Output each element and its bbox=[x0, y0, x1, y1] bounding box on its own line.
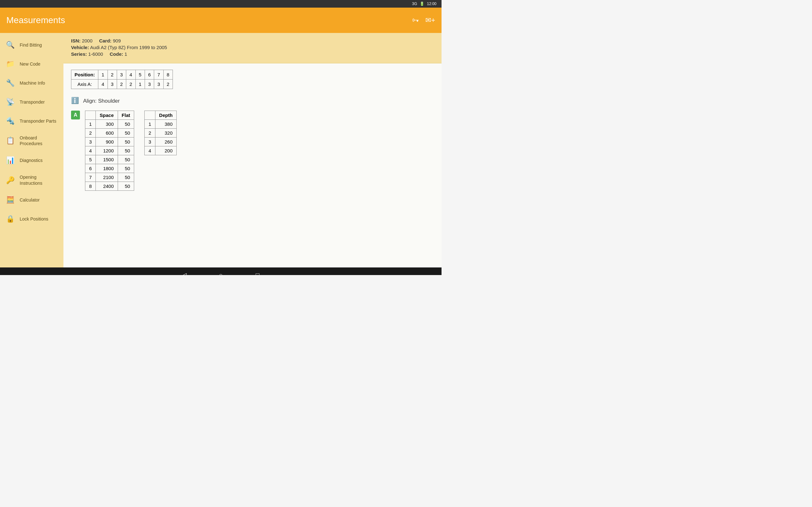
sidebar-label-diagnostics: Diagnostics bbox=[20, 158, 43, 163]
vehicle-row: Vehicle: Audi A2 (Typ 8Z) From 1999 to 2… bbox=[71, 45, 434, 50]
pos-5: 5 bbox=[136, 70, 145, 79]
code-label: Code: bbox=[110, 51, 123, 57]
transponder-icon: 📡 bbox=[5, 97, 15, 107]
recents-button[interactable]: □ bbox=[252, 269, 263, 275]
pos-2: 2 bbox=[107, 70, 117, 79]
pos-8: 8 bbox=[163, 70, 172, 79]
table-row: 4120050 bbox=[85, 147, 134, 155]
vehicle-label: Vehicle: bbox=[71, 45, 89, 50]
table-row: 6180050 bbox=[85, 164, 134, 173]
align-text: Align: Shoulder bbox=[83, 98, 119, 104]
sidebar-label-new-code: New Code bbox=[20, 61, 40, 67]
sidebar-item-transponder[interactable]: 📡 Transponder bbox=[0, 93, 63, 112]
code-value: 1 bbox=[124, 51, 127, 57]
axis-a-1: 4 bbox=[98, 79, 107, 89]
top-bar: Measurements 🗝 ✉+ bbox=[0, 8, 442, 33]
status-bar: 3G 🔋 12:00 bbox=[0, 0, 442, 8]
col-flat-header: Flat bbox=[118, 111, 134, 120]
sidebar-item-opening-instructions[interactable]: 🔑 Opening Instructions bbox=[0, 170, 63, 190]
home-button[interactable]: ○ bbox=[215, 269, 226, 275]
clock: 12:00 bbox=[427, 2, 437, 6]
pos-3: 3 bbox=[117, 70, 126, 79]
lock-positions-icon: 🔒 bbox=[5, 214, 15, 224]
table-row: 7210050 bbox=[85, 173, 134, 182]
axis-a-5: 1 bbox=[136, 79, 145, 89]
machine-info-icon: 🔧 bbox=[5, 78, 15, 88]
axis-a-4: 2 bbox=[126, 79, 136, 89]
isn-value: 2000 bbox=[82, 38, 92, 43]
align-section: ℹ️ Align: Shoulder bbox=[71, 97, 434, 106]
vehicle-value: Audi A2 (Typ 8Z) From 1999 to 2005 bbox=[90, 45, 167, 50]
axis-a-label: Axis A: bbox=[71, 79, 98, 89]
table-row: 130050 bbox=[85, 120, 134, 129]
card-label: Card: bbox=[99, 38, 111, 43]
sidebar-label-transponder-parts: Transponder Parts bbox=[20, 118, 56, 124]
tables-row: A Space Flat 130050 260050 390050 bbox=[71, 111, 434, 191]
axis-a-6: 3 bbox=[145, 79, 154, 89]
table-row: 3260 bbox=[145, 137, 177, 147]
info-header: ISN: 2000 Card: 909 Vehicle: Audi A2 (Ty… bbox=[63, 33, 442, 63]
position-label: Position: bbox=[71, 70, 98, 79]
col-depth-header: Depth bbox=[155, 111, 177, 120]
pos-7: 7 bbox=[154, 70, 163, 79]
depth-table: Depth 1380 2320 3260 4200 bbox=[144, 111, 177, 155]
series-value: 1-6000 bbox=[88, 51, 103, 57]
transponder-parts-icon: 🔩 bbox=[5, 116, 15, 126]
bottom-nav: ◁ ○ □ bbox=[0, 268, 442, 275]
sidebar-item-onboard-procedures[interactable]: 📋 Onboard Procedures bbox=[0, 130, 63, 151]
sidebar-label-transponder: Transponder bbox=[20, 99, 45, 105]
table-row: 4200 bbox=[145, 147, 177, 155]
pos-1: 1 bbox=[98, 70, 107, 79]
sidebar-item-transponder-parts[interactable]: 🔩 Transponder Parts bbox=[0, 112, 63, 130]
table-row: 390050 bbox=[85, 137, 134, 147]
table-row: 2320 bbox=[145, 129, 177, 137]
axis-a-2: 3 bbox=[107, 79, 117, 89]
pos-6: 6 bbox=[145, 70, 154, 79]
sidebar-item-find-bitting[interactable]: 🔍 Find Bitting bbox=[0, 36, 63, 55]
calculator-icon: 🧮 bbox=[5, 195, 15, 205]
table-row: 1380 bbox=[145, 120, 177, 129]
diagnostics-icon: 📊 bbox=[5, 155, 15, 165]
series-label: Series: bbox=[71, 51, 87, 57]
new-code-icon: 📁 bbox=[5, 59, 15, 69]
table-row: 260050 bbox=[85, 129, 134, 137]
sidebar-item-calculator[interactable]: 🧮 Calculator bbox=[0, 190, 63, 210]
sidebar-label-calculator: Calculator bbox=[20, 197, 40, 203]
position-table: Position: 1 2 3 4 5 6 7 8 Axis A: 4 3 2 … bbox=[71, 70, 173, 89]
a-badge: A bbox=[71, 111, 80, 119]
axis-a-3: 2 bbox=[117, 79, 126, 89]
col-num2-header bbox=[145, 111, 155, 120]
main-layout: 🔍 Find Bitting 📁 New Code 🔧 Machine Info… bbox=[0, 33, 442, 268]
sidebar-item-new-code[interactable]: 📁 New Code bbox=[0, 55, 63, 73]
pos-4: 4 bbox=[126, 70, 136, 79]
space-flat-table: Space Flat 130050 260050 390050 4120050 … bbox=[85, 111, 134, 191]
card-value: 909 bbox=[113, 38, 121, 43]
sidebar-label-lock-positions: Lock Positions bbox=[20, 216, 48, 222]
isn-card-row: ISN: 2000 Card: 909 bbox=[71, 38, 434, 43]
isn-label: ISN: bbox=[71, 38, 81, 43]
axis-a-8: 2 bbox=[163, 79, 172, 89]
sidebar-item-machine-info[interactable]: 🔧 Machine Info bbox=[0, 73, 63, 93]
mail-add-icon[interactable]: ✉+ bbox=[425, 16, 435, 24]
table-row: 5150050 bbox=[85, 155, 134, 164]
series-code-row: Series: 1-6000 Code: 1 bbox=[71, 51, 434, 57]
axis-a-7: 3 bbox=[154, 79, 163, 89]
sidebar: 🔍 Find Bitting 📁 New Code 🔧 Machine Info… bbox=[0, 33, 63, 268]
sidebar-item-diagnostics[interactable]: 📊 Diagnostics bbox=[0, 151, 63, 170]
opening-instructions-icon: 🔑 bbox=[5, 175, 15, 185]
sidebar-item-lock-positions[interactable]: 🔒 Lock Positions bbox=[0, 210, 63, 228]
sidebar-label-find-bitting: Find Bitting bbox=[20, 42, 42, 48]
content-area: ISN: 2000 Card: 909 Vehicle: Audi A2 (Ty… bbox=[63, 33, 442, 268]
sidebar-label-machine-info: Machine Info bbox=[20, 80, 45, 86]
key-icon[interactable]: 🗝 bbox=[412, 16, 419, 24]
sidebar-label-onboard-procedures: Onboard Procedures bbox=[20, 135, 58, 147]
col-space-header: Space bbox=[96, 111, 118, 120]
table-row: 8240050 bbox=[85, 182, 134, 191]
back-button[interactable]: ◁ bbox=[178, 269, 190, 275]
find-bitting-icon: 🔍 bbox=[5, 40, 15, 50]
content-body: Position: 1 2 3 4 5 6 7 8 Axis A: 4 3 2 … bbox=[63, 63, 442, 197]
col-num-header bbox=[85, 111, 96, 120]
page-title: Measurements bbox=[6, 15, 65, 25]
battery-indicator: 🔋 bbox=[420, 2, 424, 6]
onboard-procedures-icon: 📋 bbox=[5, 135, 15, 146]
